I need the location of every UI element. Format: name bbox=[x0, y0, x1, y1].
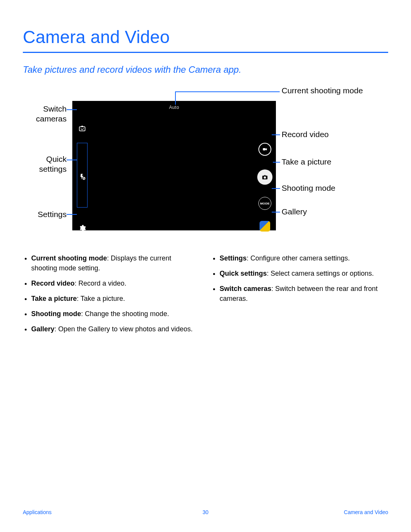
footer-page-number: 30 bbox=[23, 509, 388, 515]
leader-line bbox=[175, 91, 176, 105]
page-subtitle: Take pictures and record videos with the… bbox=[23, 64, 388, 75]
page-title: Camera and Video bbox=[23, 27, 388, 47]
bullet-item: Shooting mode: Change the shooting mode. bbox=[31, 309, 196, 319]
bullet-item: Record video: Record a video. bbox=[31, 278, 196, 288]
feature-bullets: Current shooting mode: Displays the curr… bbox=[23, 253, 388, 340]
shooting-mode-label: Auto bbox=[169, 105, 179, 110]
camera-diagram: Auto bbox=[23, 86, 388, 238]
camera-viewer: Auto bbox=[72, 101, 276, 230]
leader-line bbox=[67, 160, 77, 160]
callout-quick-settings: Quick settings bbox=[23, 154, 67, 174]
callout-gallery: Gallery bbox=[282, 207, 365, 217]
callout-shooting-mode: Shooting mode bbox=[282, 183, 365, 193]
bullet-item: Take a picture: Take a picture. bbox=[31, 294, 196, 304]
manual-page: Camera and Video Take pictures and recor… bbox=[0, 0, 411, 532]
settings-gear-icon[interactable] bbox=[77, 223, 88, 233]
take-picture-button[interactable] bbox=[257, 169, 272, 185]
leader-line bbox=[273, 162, 280, 163]
record-video-button[interactable] bbox=[258, 143, 271, 156]
bullet-column-left: Current shooting mode: Displays the curr… bbox=[23, 253, 196, 340]
leader-line bbox=[272, 134, 280, 135]
switch-camera-icon[interactable] bbox=[77, 123, 88, 134]
leader-line bbox=[272, 188, 280, 189]
svg-line-2 bbox=[83, 177, 84, 179]
bullet-item: Current shooting mode: Displays the curr… bbox=[31, 253, 196, 273]
bullet-item: Quick settings: Select camera settings o… bbox=[220, 268, 384, 278]
leader-line bbox=[272, 212, 280, 212]
callout-switch-cameras: Switch cameras bbox=[23, 104, 67, 124]
svg-point-5 bbox=[264, 176, 266, 179]
shooting-mode-button[interactable]: MODE bbox=[258, 197, 271, 210]
svg-rect-3 bbox=[263, 148, 266, 150]
bullet-item: Gallery: Open the Gallery to view photos… bbox=[31, 324, 196, 334]
title-underline bbox=[23, 52, 388, 53]
leader-line bbox=[67, 109, 77, 110]
callout-settings: Settings bbox=[23, 209, 67, 219]
leader-line bbox=[67, 214, 77, 215]
callout-take-picture: Take a picture bbox=[282, 157, 365, 167]
bullet-item: Settings: Configure other camera setting… bbox=[220, 253, 384, 263]
callout-current-mode: Current shooting mode bbox=[282, 86, 365, 96]
page-footer: Applications 30 Camera and Video bbox=[23, 509, 388, 515]
callout-record-video: Record video bbox=[282, 129, 365, 139]
bullet-column-right: Settings: Configure other camera setting… bbox=[211, 253, 384, 340]
leader-line bbox=[175, 91, 280, 92]
bullet-item: Switch cameras: Switch between the rear … bbox=[220, 284, 384, 304]
gallery-button[interactable] bbox=[260, 221, 270, 232]
svg-rect-0 bbox=[80, 127, 85, 131]
flash-off-icon[interactable] bbox=[77, 171, 88, 182]
